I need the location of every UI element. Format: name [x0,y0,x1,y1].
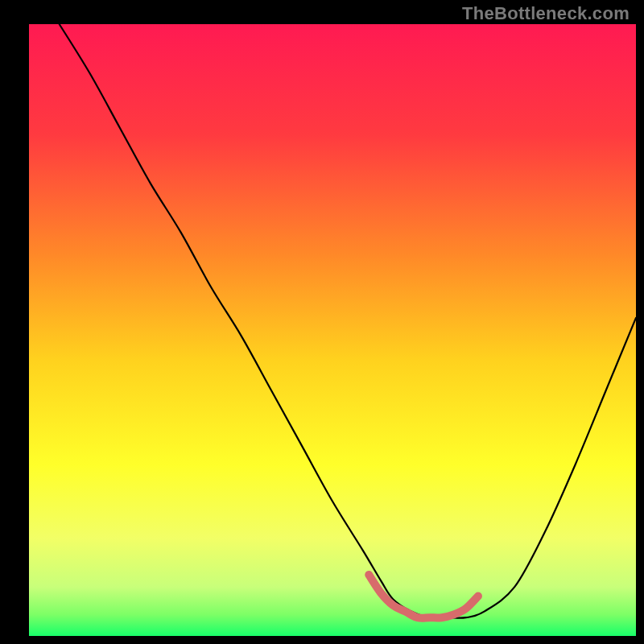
chart-frame: TheBottleneck.com [0,0,644,644]
gradient-background [29,24,636,636]
chart-svg [0,0,644,644]
watermark-text: TheBottleneck.com [462,3,630,24]
